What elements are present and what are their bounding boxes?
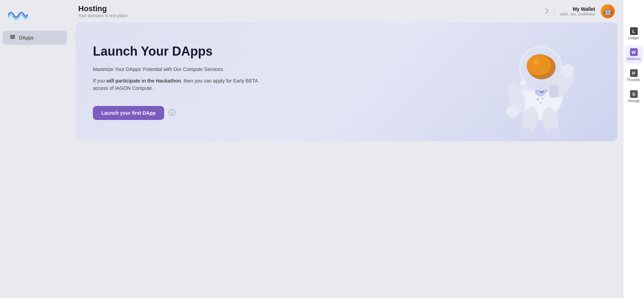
provider-icon: P bbox=[630, 69, 638, 77]
icon-rail: L Ledger W Webhost P Provider S Storage bbox=[623, 0, 644, 298]
wallet-address: addr...tes_ms88wkyl bbox=[560, 12, 595, 16]
icon-rail-item-ledger[interactable]: L Ledger bbox=[625, 24, 643, 43]
ledger-icon: L bbox=[630, 27, 638, 35]
hero-banner: Launch Your DApps Maximize Your DApps' P… bbox=[75, 22, 617, 141]
layers-icon bbox=[10, 34, 15, 41]
storage-label: Storage bbox=[628, 99, 640, 103]
svg-rect-0 bbox=[10, 36, 15, 37]
dark-mode-icon[interactable]: ☽ bbox=[543, 7, 549, 15]
topbar-right: ☽ My Wallet addr...tes_ms88wkyl 🤖 bbox=[543, 4, 615, 18]
hero-text: Launch Your DApps Maximize Your DApps' P… bbox=[93, 44, 261, 120]
svg-point-22 bbox=[536, 98, 539, 101]
avatar[interactable]: 🤖 bbox=[601, 4, 615, 18]
svg-point-9 bbox=[527, 55, 551, 75]
topbar-divider bbox=[554, 6, 555, 16]
ledger-label: Ledger bbox=[628, 36, 639, 40]
hero-desc1: Maximize Your DApps' Potential with Our … bbox=[93, 66, 261, 73]
wallet-info[interactable]: My Wallet addr...tes_ms88wkyl bbox=[560, 6, 595, 16]
svg-point-16 bbox=[519, 128, 533, 138]
content: Launch Your DApps Maximize Your DApps' P… bbox=[70, 22, 623, 298]
sidebar-item-label: DApps bbox=[19, 35, 34, 41]
hero-desc2-bold: will participate in the Hackathon bbox=[106, 78, 181, 84]
svg-point-24 bbox=[540, 102, 542, 104]
topbar-title-area: Hosting Your domains in one place bbox=[78, 4, 127, 18]
page-subtitle: Your domains in one place bbox=[78, 13, 127, 18]
astronaut-svg bbox=[488, 29, 593, 141]
svg-point-12 bbox=[506, 105, 519, 118]
hero-desc2: If you will participate in the Hackathon… bbox=[93, 77, 261, 92]
hero-title: Launch Your DApps bbox=[93, 44, 261, 59]
icon-rail-item-webhost[interactable]: W Webhost bbox=[625, 45, 643, 64]
icon-rail-item-storage[interactable]: S Storage bbox=[625, 87, 643, 106]
webhost-label: Webhost bbox=[627, 57, 641, 61]
logo bbox=[0, 6, 70, 31]
svg-point-10 bbox=[533, 59, 540, 65]
storage-icon: S bbox=[630, 90, 638, 98]
provider-label: Provider bbox=[627, 78, 640, 82]
svg-point-23 bbox=[541, 98, 543, 100]
sidebar: DApps bbox=[0, 0, 70, 298]
topbar: Hosting Your domains in one place ☽ My W… bbox=[70, 0, 623, 22]
svg-rect-2 bbox=[10, 35, 15, 36]
icon-rail-item-provider[interactable]: P Provider bbox=[625, 66, 643, 85]
main-area: Hosting Your domains in one place ☽ My W… bbox=[70, 0, 623, 298]
hero-actions: Launch your first DApp ⓘ bbox=[93, 106, 261, 120]
astronaut-illustration bbox=[485, 29, 597, 141]
sidebar-item-dapps[interactable]: DApps bbox=[3, 31, 67, 45]
info-icon[interactable]: ⓘ bbox=[168, 108, 175, 118]
wallet-label: My Wallet bbox=[573, 6, 595, 12]
svg-point-14 bbox=[562, 64, 574, 77]
svg-rect-25 bbox=[549, 85, 558, 98]
svg-point-18 bbox=[547, 128, 561, 138]
webhost-icon: W bbox=[630, 48, 638, 56]
launch-dapp-button[interactable]: Launch your first DApp bbox=[93, 106, 164, 120]
svg-rect-1 bbox=[10, 38, 15, 39]
page-title: Hosting bbox=[78, 4, 127, 13]
iagon-logo-icon bbox=[7, 8, 28, 22]
